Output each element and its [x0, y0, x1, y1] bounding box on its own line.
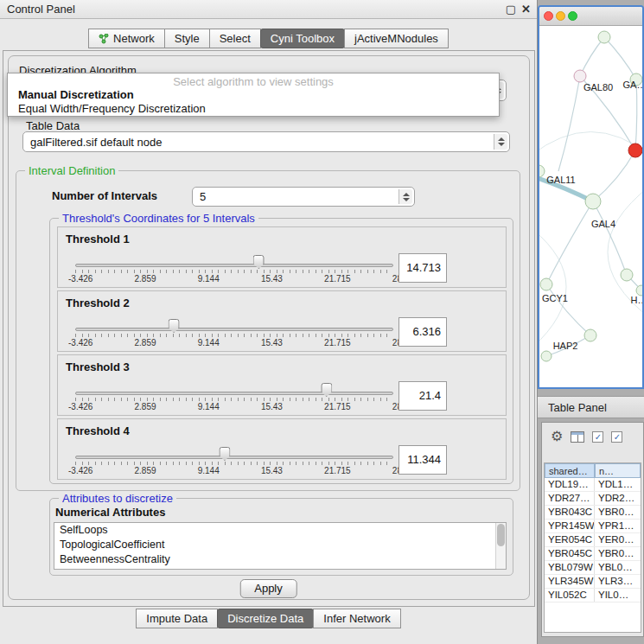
slider-track[interactable] — [75, 328, 393, 331]
network-node[interactable] — [541, 351, 552, 361]
table-data-combobox[interactable]: galFiltered.sif default node — [22, 131, 510, 152]
numerical-attributes-label: Numerical Attributes — [55, 506, 165, 519]
slider-track[interactable] — [75, 264, 393, 267]
threshold-2-slider[interactable]: -3.4262.8599.14415.4321.71528 — [75, 317, 393, 350]
scale-tick-label: 21.715 — [324, 466, 351, 475]
gear-icon[interactable]: ⚙ — [551, 430, 563, 443]
table-cell[interactable]: YBR045C — [545, 547, 595, 560]
table-cell[interactable]: YER054C — [545, 533, 595, 546]
table-row[interactable]: YBR045C YBR0… — [545, 547, 641, 561]
scale-tick-label: 9.144 — [198, 274, 220, 284]
scale-tick-label: -3.426 — [68, 338, 92, 348]
network-canvas[interactable]: GAL80GA…GAL11GAL4GCY1HAP2H… — [539, 26, 642, 387]
network-node[interactable] — [584, 329, 596, 341]
table-body: YDL19… YDL1… YDR27… YDR2… YBR043C YBR0… … — [545, 478, 641, 603]
table-cell[interactable]: YPR1… — [595, 520, 641, 532]
network-node[interactable] — [574, 70, 586, 82]
table-cell[interactable]: YBL079W — [545, 561, 595, 574]
table-row[interactable]: YBL079W YBL0… — [545, 561, 641, 575]
columns-icon[interactable] — [571, 431, 584, 443]
tab-label: Select — [220, 32, 251, 45]
tab-label: Impute Data — [146, 612, 207, 625]
threshold-4-value-field[interactable]: 11.344 — [399, 445, 447, 475]
close-traffic-light[interactable] — [544, 11, 553, 21]
threshold-1-slider[interactable]: -3.4262.8599.14415.4321.71528 — [75, 253, 393, 286]
scale-tick-label: 9.144 — [198, 466, 220, 475]
network-node[interactable] — [628, 143, 642, 157]
table-cell[interactable]: YER0… — [595, 533, 641, 546]
tab-network[interactable]: Network — [88, 29, 165, 48]
slider-track[interactable] — [75, 392, 393, 395]
scale-tick-label: 21.715 — [324, 274, 351, 284]
attribute-item[interactable]: SelfLoops — [54, 523, 506, 538]
table-row[interactable]: YPR145W YPR1… — [545, 520, 641, 533]
threshold-2-panel: Threshold 2 -3.4262.8599.14415.4321.7152… — [57, 290, 507, 352]
column-header-name[interactable]: n… — [595, 463, 641, 478]
table-cell[interactable]: YDL19… — [545, 478, 595, 491]
table-cell[interactable]: YLR345W — [545, 575, 595, 588]
table-row[interactable]: YBR043C YBR0… — [545, 506, 641, 520]
list-scrollbar[interactable] — [495, 523, 506, 569]
tab-infer-network[interactable]: Infer Network — [313, 609, 400, 628]
network-node[interactable] — [540, 278, 552, 290]
tab-discretize-data[interactable]: Discretize Data — [217, 609, 314, 628]
select-all-icon[interactable]: ✓ — [592, 431, 603, 443]
select-rows-icon[interactable]: ✓ — [611, 431, 622, 443]
threshold-4-slider[interactable]: -3.4262.8599.14415.4321.71528 — [75, 445, 393, 478]
scale-tick-label: -3.426 — [68, 466, 92, 475]
column-header-shared-name[interactable]: shared… — [545, 463, 595, 478]
scrollbar-thumb[interactable] — [497, 524, 505, 546]
table-cell[interactable]: YPR145W — [545, 520, 595, 532]
dropdown-option-manual-discretization[interactable]: Manual Discretization — [18, 88, 134, 102]
attributes-group-title: Attributes to discretize — [59, 492, 176, 505]
combo-arrows-icon[interactable] — [494, 134, 507, 150]
attribute-item[interactable]: BetweennessCentrality — [54, 552, 506, 567]
network-node[interactable] — [621, 269, 633, 281]
table-cell[interactable]: YIL052C — [545, 589, 595, 602]
threshold-2-value-field[interactable]: 6.316 — [399, 317, 447, 347]
tab-cyni-toolbox[interactable]: Cyni Toolbox — [260, 29, 345, 48]
scale-tick-label: -3.426 — [68, 274, 92, 284]
table-row[interactable]: YDL19… YDL1… — [545, 478, 641, 492]
tab-impute-data[interactable]: Impute Data — [136, 609, 218, 628]
network-node-label: GAL80 — [583, 82, 613, 92]
dropdown-option-equal-width-frequency[interactable]: Equal Width/Frequency Discretization — [18, 102, 206, 116]
number-of-intervals-combobox[interactable]: 5 — [192, 187, 415, 207]
table-row[interactable]: YER054C YER0… — [545, 533, 641, 547]
network-node[interactable] — [598, 31, 610, 43]
table-cell[interactable]: YBR043C — [545, 506, 595, 519]
tab-label: Network — [113, 32, 155, 45]
combo-arrows-icon[interactable] — [399, 189, 412, 204]
table-cell[interactable]: YBR0… — [595, 506, 641, 519]
threshold-3-slider[interactable]: -3.4262.8599.14415.4321.71528 — [75, 381, 393, 414]
table-cell[interactable]: YDR2… — [595, 492, 641, 505]
table-cell[interactable]: YBR0… — [595, 547, 641, 560]
table-cell[interactable]: YLR3… — [595, 575, 641, 588]
threshold-1-value-field[interactable]: 14.713 — [399, 253, 447, 283]
table-cell[interactable]: YDL1… — [595, 478, 641, 491]
network-window-titlebar — [539, 7, 642, 26]
apply-button[interactable]: Apply — [239, 579, 297, 598]
tab-jactivemodules[interactable]: jActiveMNodules — [344, 29, 449, 48]
threshold-1-panel: Threshold 1 -3.4262.8599.14415.4321.7152… — [57, 226, 507, 288]
close-window-icon[interactable]: ✕ — [521, 0, 531, 19]
tab-select[interactable]: Select — [209, 29, 261, 48]
attribute-item[interactable]: TopologicalCoefficient — [54, 538, 506, 552]
network-node[interactable] — [539, 165, 545, 177]
minimize-traffic-light[interactable] — [556, 11, 565, 21]
table-row[interactable]: YIL052C YIL0… — [545, 589, 641, 603]
table-cell[interactable]: YDR27… — [545, 492, 595, 505]
slider-track[interactable] — [75, 456, 393, 459]
float-window-icon[interactable]: ▢ — [506, 0, 516, 19]
numerical-attributes-list[interactable]: SelfLoopsTopologicalCoefficientBetweenne… — [54, 522, 507, 570]
network-node[interactable] — [585, 194, 601, 209]
table-row[interactable]: YLR345W YLR3… — [545, 575, 641, 589]
threshold-3-value-field[interactable]: 21.4 — [399, 381, 447, 411]
table-cell[interactable]: YIL0… — [595, 589, 641, 602]
tab-style[interactable]: Style — [164, 29, 210, 48]
table-cell[interactable]: YBL0… — [595, 561, 641, 574]
zoom-traffic-light[interactable] — [568, 11, 577, 21]
table-row[interactable]: YDR27… YDR2… — [545, 492, 641, 506]
scale-labels: -3.4262.8599.14415.4321.71528 — [68, 466, 402, 475]
scale-tick-label: 21.715 — [324, 338, 351, 348]
